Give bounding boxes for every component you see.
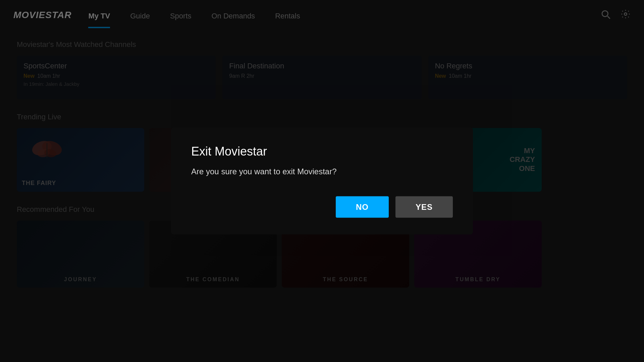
yes-button[interactable]: YES xyxy=(395,196,453,218)
modal-title: Exit Moviestar xyxy=(191,144,453,159)
no-button[interactable]: NO xyxy=(336,196,389,218)
modal-message: Are you sure you want to exit Moviestar? xyxy=(191,167,453,176)
exit-modal: Exit Moviestar Are you sure you want to … xyxy=(171,128,473,235)
modal-buttons: NO YES xyxy=(191,196,453,218)
